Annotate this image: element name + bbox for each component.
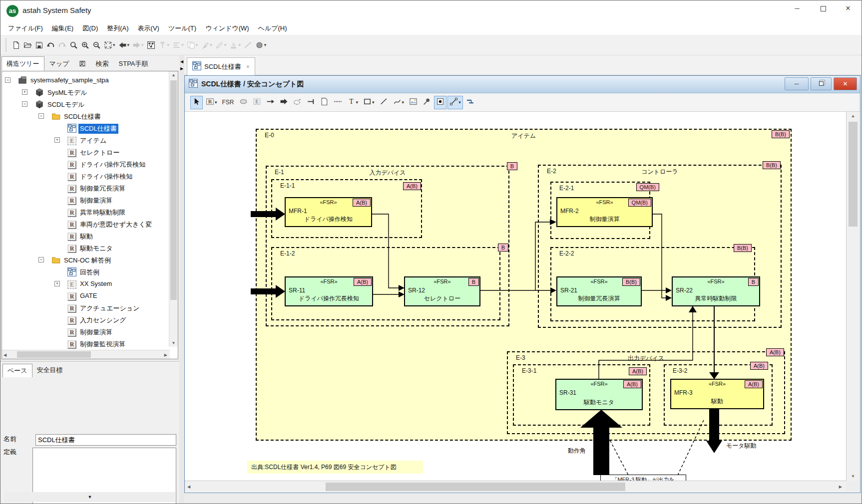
block-SR-21[interactable]: «FSR»SR-21制御量冗長演算B(B) — [556, 276, 642, 306]
tree-item[interactable]: R駆動 — [2, 230, 178, 242]
zoom-in-button[interactable] — [80, 39, 90, 51]
text-tool-button[interactable]: T▾ — [345, 96, 361, 109]
zoom-out-button[interactable] — [91, 39, 102, 51]
back-button[interactable]: ▾ — [117, 39, 131, 51]
tree-item[interactable]: Rドライバ操作検知 — [2, 170, 178, 182]
image-tool-button[interactable] — [407, 96, 420, 109]
tree-item[interactable]: Rドライバ操作冗長検知 — [2, 158, 178, 170]
tree-item[interactable]: SCDL仕様書 — [2, 122, 178, 134]
scroll-up-icon[interactable]: ▲ — [169, 73, 178, 77]
open-button[interactable] — [22, 39, 33, 51]
tree-item[interactable]: R制御量冗長演算 — [2, 182, 178, 194]
sidebar-tab-マップ[interactable]: マップ — [44, 56, 74, 71]
tree-item[interactable]: Rセレクトロー — [2, 146, 178, 158]
tree-horizontal-scrollbar[interactable]: ◀ ▶ — [2, 350, 170, 359]
tree-item[interactable]: R入力センシング — [2, 314, 178, 326]
tree-item-label[interactable]: ドライバ操作冗長検知 — [78, 160, 147, 170]
group-tool-button[interactable] — [291, 96, 304, 109]
sidebar-tab-STPA手順[interactable]: STPA手順 — [114, 56, 153, 71]
connector-tool-button[interactable]: ▾ — [447, 96, 463, 109]
sidebar-tab-図[interactable]: 図 — [74, 56, 91, 71]
menu-item[interactable]: ツール(T) — [164, 22, 201, 34]
element-tool-button[interactable]: E — [251, 96, 263, 109]
menu-item[interactable]: 編集(E) — [47, 22, 78, 34]
dropdown-icon[interactable]: ▾ — [215, 100, 217, 105]
dropdown-icon[interactable]: ▾ — [458, 100, 461, 105]
zoom-button[interactable] — [68, 39, 79, 51]
requirement-tool-button[interactable]: R▾ — [204, 96, 219, 109]
tab-close-icon[interactable]: × — [246, 63, 250, 70]
rectangle-tool-button[interactable]: ▾ — [361, 96, 377, 109]
align-button[interactable]: ▾ — [171, 39, 185, 51]
tree-item-label[interactable]: 回答例 — [78, 267, 101, 277]
fit-view-button[interactable]: ▾ — [103, 39, 116, 51]
property-tab-安全目標[interactable]: 安全目標 — [32, 364, 67, 377]
tree-item-label[interactable]: セレクトロー — [78, 148, 121, 158]
tree-item[interactable]: R制御量演算 — [2, 194, 178, 206]
dropdown-icon[interactable]: ▾ — [113, 42, 115, 47]
tree-item-label[interactable]: 制御量監視演算 — [78, 339, 127, 349]
save-button[interactable] — [34, 39, 44, 51]
tree-item-label[interactable]: SysMLモデル — [46, 88, 89, 98]
redo-button[interactable] — [57, 39, 67, 51]
pushpin-tool-button[interactable] — [421, 96, 433, 109]
sidebar-splitter[interactable]: ◀ ▶ — [179, 55, 184, 504]
diagram-note[interactable]: 「MFR-3 駆動」が出力を — [600, 475, 686, 481]
document-tab[interactable]: SCDL仕様書 × — [187, 57, 255, 75]
tree-item[interactable]: +Eアイテム — [2, 134, 178, 146]
tree-item[interactable]: R制御量監視演算 — [2, 338, 178, 350]
collapse-icon[interactable]: − — [22, 101, 27, 107]
tree-item-label[interactable]: 駆動 — [78, 232, 94, 242]
window-close-button[interactable]: ✕ — [836, 0, 861, 16]
undo-button[interactable] — [45, 39, 56, 51]
tree-item[interactable]: −SCN-OC 解答例 — [2, 254, 178, 266]
tree-item[interactable]: −SCDLモデル — [2, 98, 178, 110]
curve-tool-button[interactable]: ▾ — [391, 96, 407, 109]
menu-item[interactable]: ヘルプ(H) — [254, 22, 292, 34]
tree-item[interactable]: +SysMLモデル — [2, 86, 178, 98]
menu-item[interactable]: ウィンドウ(W) — [201, 22, 253, 34]
expand-icon[interactable]: + — [22, 89, 27, 95]
tree-item-label[interactable]: 制御量演算 — [78, 196, 114, 206]
font-color-button[interactable]: A▾ — [228, 39, 242, 51]
line-color-button[interactable]: ▾ — [214, 39, 228, 51]
tree-item-label[interactable]: systemsafety_sample_stpa — [29, 76, 110, 84]
tree-item[interactable]: RGATE — [2, 290, 178, 302]
tree-item[interactable]: −SCDL仕様書 — [2, 110, 178, 122]
dropdown-icon[interactable]: ▾ — [210, 42, 212, 47]
new-document-button[interactable] — [11, 39, 21, 51]
tree-item-label[interactable]: アイテム — [78, 136, 108, 146]
tree-item-label[interactable]: 制御量冗長演算 — [78, 184, 127, 194]
dots-tool-button[interactable] — [332, 96, 344, 109]
ellipse-tool-button[interactable] — [237, 96, 250, 109]
fill-color-button[interactable]: ▾ — [200, 39, 213, 51]
scroll-right-icon[interactable]: ▶ — [164, 353, 167, 357]
block-MFR-2[interactable]: «FSR»MFR-2制御量演算QM(B) — [556, 197, 653, 227]
dropdown-icon[interactable]: ▾ — [264, 42, 267, 47]
tree-item-label[interactable]: GATE — [78, 291, 98, 300]
tree-item-label[interactable]: 駆動モニタ — [78, 244, 114, 253]
tree-item-label[interactable]: 制御量演算 — [78, 327, 114, 337]
dropdown-icon[interactable]: ▾ — [196, 42, 198, 47]
tree-item[interactable]: 回答例 — [2, 266, 178, 278]
stereotype-circle-button[interactable]: ▾ — [254, 39, 268, 51]
dropdown-icon[interactable]: ▾ — [167, 42, 170, 47]
pin-button[interactable]: ▾ — [157, 39, 171, 51]
name-input[interactable] — [35, 434, 176, 446]
canvas-horizontal-scrollbar[interactable]: ◀ ▶ — [185, 481, 846, 492]
block-SR-31[interactable]: «FSR»SR-31駆動モニタA(B) — [555, 379, 643, 410]
sidebar-tab-検索[interactable]: 検索 — [91, 56, 114, 71]
terminator-tool-button[interactable] — [305, 96, 317, 109]
collapse-left-icon[interactable]: ◀ — [179, 59, 184, 64]
expand-icon[interactable]: + — [54, 137, 60, 143]
menu-item[interactable]: 図(D) — [78, 22, 102, 34]
canvas-vertical-scrollbar[interactable]: ▲ ▼ — [846, 112, 860, 481]
dropdown-icon[interactable]: ▾ — [224, 42, 227, 47]
block-SR-11[interactable]: «FSR»SR-11ドライバ操作冗長検知A(B) — [285, 276, 373, 306]
dropdown-icon[interactable]: ▾ — [127, 42, 130, 47]
tree-vertical-scrollbar[interactable]: ▲ ▼ — [169, 71, 178, 347]
port-tool-button[interactable] — [434, 96, 446, 109]
forward-button[interactable]: ▾ — [131, 39, 145, 51]
tree-item[interactable]: R制御量演算 — [2, 326, 178, 338]
citation-note[interactable]: 出典:SCDL仕様書 Ver1.4, P69 図69 安全コンセプト図 — [247, 461, 423, 474]
